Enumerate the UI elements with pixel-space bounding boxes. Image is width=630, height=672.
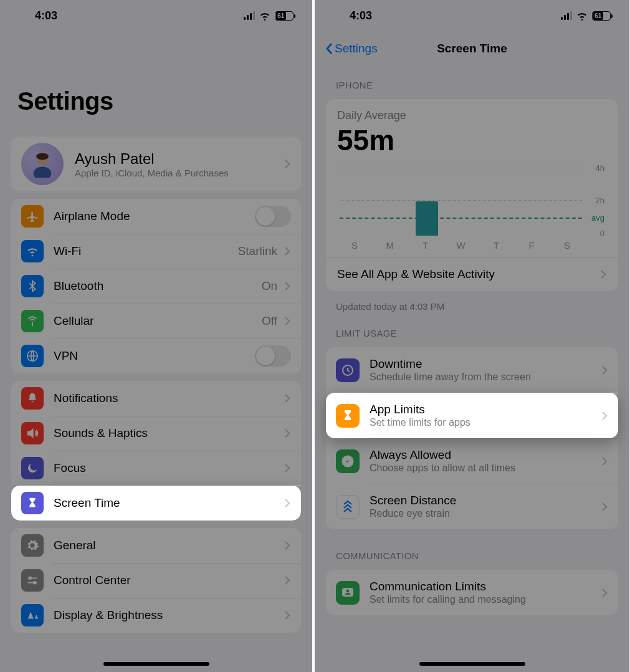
downtime-icon (336, 358, 360, 382)
display-brightness-row[interactable]: Display & Brightness (11, 598, 301, 633)
communication-limits-title: Communication Limits (370, 580, 598, 593)
chevron-right-icon (284, 610, 291, 620)
airplane-label: Airplane Mode (54, 209, 255, 223)
general-group: General Control Center Display & Brightn… (11, 528, 301, 633)
wifi-row[interactable]: Wi-Fi Starlink (11, 234, 301, 269)
bluetooth-icon (21, 275, 44, 297)
chart-bar (416, 201, 438, 236)
screen-distance-sub: Reduce eye strain (370, 508, 598, 519)
usage-chart[interactable]: 4h 2h avg 0 S M T W T F S (340, 163, 604, 251)
nav-bar: Settings Screen Time (315, 34, 629, 64)
chevron-right-icon (284, 281, 291, 291)
airplane-icon (21, 205, 44, 228)
updated-footer: Updated today at 4:03 PM (315, 296, 629, 312)
profile-sub: Apple ID, iCloud, Media & Purchases (75, 168, 281, 178)
chevron-right-icon (284, 393, 291, 403)
screen-time-row[interactable]: Screen Time (11, 486, 301, 521)
cellular-signal-icon (561, 11, 572, 20)
chevron-right-icon (284, 463, 291, 473)
status-time: 4:03 (35, 9, 57, 22)
page-title: Settings (0, 31, 312, 129)
control-center-row[interactable]: Control Center (11, 563, 301, 598)
chevron-right-icon (284, 498, 291, 508)
downtime-sub: Schedule time away from the screen (370, 372, 598, 383)
chevron-right-icon (601, 411, 608, 421)
settings-root-screen: 4:03 61 Settings Ayush Patel Apple ID, i… (0, 0, 315, 672)
communication-limits-row[interactable]: Communication LimitsSet limits for calli… (326, 570, 618, 615)
nav-title: Screen Time (437, 42, 507, 55)
chevron-left-icon (325, 42, 333, 55)
cellular-label: Cellular (54, 314, 262, 328)
downtime-row[interactable]: DowntimeSchedule time away from the scre… (326, 347, 618, 393)
chevron-right-icon (599, 269, 607, 279)
chevron-right-icon (284, 159, 291, 169)
gear-icon (21, 534, 44, 557)
always-allowed-title: Always Allowed (370, 448, 598, 462)
general-row[interactable]: General (11, 528, 301, 563)
svg-point-5 (34, 582, 36, 584)
display-label: Display & Brightness (54, 608, 281, 622)
wifi-label: Wi-Fi (54, 244, 238, 258)
checkmark-seal-icon (336, 449, 360, 473)
home-indicator[interactable] (419, 662, 525, 666)
home-indicator[interactable] (103, 662, 209, 666)
cellular-row[interactable]: Cellular Off (11, 304, 301, 338)
chevron-right-icon (601, 365, 608, 375)
battery-icon: 61 (275, 11, 294, 21)
bluetooth-row[interactable]: Bluetooth On (11, 269, 301, 304)
always-allowed-sub: Choose apps to allow at all times (370, 463, 598, 474)
daily-average-value: 55m (337, 123, 607, 157)
text-size-icon (21, 604, 44, 626)
chevron-right-icon (284, 246, 291, 256)
bluetooth-value: On (262, 279, 277, 293)
bluetooth-label: Bluetooth (54, 279, 262, 293)
screen-time-screen: 4:03 61 Settings Screen Time IPHONE Dail… (315, 0, 629, 672)
chevron-right-icon (601, 502, 608, 512)
cellular-value: Off (262, 314, 277, 328)
globe-icon (21, 345, 44, 367)
section-header-iphone: IPHONE (315, 64, 629, 94)
chevron-right-icon (284, 540, 291, 550)
airplane-mode-row[interactable]: Airplane Mode (11, 199, 301, 234)
person-bubble-icon (336, 581, 360, 605)
screen-distance-row[interactable]: Screen DistanceReduce eye strain (326, 484, 618, 529)
profile-name: Ayush Patel (75, 150, 281, 168)
see-all-label: See All App & Website Activity (337, 267, 597, 281)
svg-point-1 (34, 166, 52, 178)
chevrons-up-icon (336, 495, 360, 519)
status-time: 4:03 (350, 9, 372, 22)
general-label: General (54, 539, 281, 552)
section-header-comm: COMMUNICATION (315, 534, 629, 565)
app-limits-row[interactable]: App LimitsSet time limits for apps (326, 393, 618, 438)
chevron-right-icon (284, 316, 291, 326)
profile-group: Ayush Patel Apple ID, iCloud, Media & Pu… (11, 137, 301, 191)
sounds-label: Sounds & Haptics (54, 426, 281, 440)
notifications-label: Notifications (54, 391, 281, 405)
back-button[interactable]: Settings (325, 42, 378, 55)
svg-point-4 (29, 577, 32, 580)
alerts-group: Notifications Sounds & Haptics Focus Scr… (11, 381, 301, 521)
back-label: Settings (335, 42, 378, 55)
vpn-toggle[interactable] (255, 345, 291, 367)
vpn-row[interactable]: VPN (11, 338, 301, 373)
battery-icon: 61 (592, 11, 611, 21)
chevron-right-icon (284, 428, 291, 438)
cellular-signal-icon (244, 11, 255, 20)
section-header-limit: LIMIT USAGE (315, 312, 629, 342)
downtime-title: Downtime (370, 357, 598, 371)
communication-limits-sub: Set limits for calling and messaging (370, 594, 598, 605)
apple-id-row[interactable]: Ayush Patel Apple ID, iCloud, Media & Pu… (11, 137, 301, 191)
daily-average-label: Daily Average (337, 109, 607, 122)
wifi-icon (21, 240, 44, 262)
screen-distance-title: Screen Distance (370, 494, 598, 507)
see-all-activity-row[interactable]: See All App & Website Activity (326, 257, 618, 291)
moon-icon (21, 457, 44, 479)
airplane-toggle[interactable] (255, 206, 291, 227)
wifi-icon (576, 9, 588, 22)
focus-row[interactable]: Focus (11, 451, 301, 486)
always-allowed-row[interactable]: Always AllowedChoose apps to allow at al… (326, 438, 618, 484)
sounds-row[interactable]: Sounds & Haptics (11, 416, 301, 451)
chevron-right-icon (284, 575, 291, 585)
notifications-row[interactable]: Notifications (11, 381, 301, 416)
screen-time-label: Screen Time (54, 496, 281, 510)
